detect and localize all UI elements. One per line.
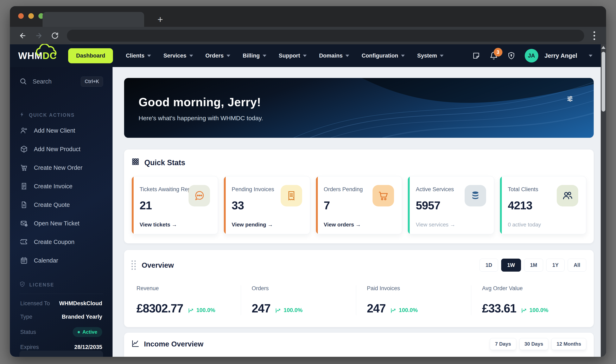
chevron-down-icon [440,55,444,57]
browser-window: + WHM DC Dashboard [10,6,606,357]
window-close-button[interactable] [18,13,24,19]
stat-card-orders-pending[interactable]: Orders Pending 7 View orders → [316,176,402,234]
reload-icon[interactable] [51,32,59,40]
stat-card-total-clients[interactable]: Total Clients 4213 0 active today [500,176,586,234]
sidebar-item-create-quote[interactable]: Create Quote [19,195,103,214]
income-overview-section: Income Overview 7 Days 30 Days 12 Months [124,333,594,357]
quick-stats-section: Quick Stats Tickets Awaiting Reply 21 Vi… [124,150,594,243]
nav-item-system[interactable]: System [417,52,444,59]
stat-card-active-services[interactable]: Active Services 5957 View services → [408,176,494,234]
users-icon [557,185,578,207]
scrollbar-thumb[interactable] [602,52,605,112]
card-accent-bar [132,176,134,234]
sidebar-search[interactable]: Search Ctrl+K [19,77,103,87]
user-avatar[interactable]: JA [525,49,538,63]
receipt-icon [281,185,302,207]
license-divider [19,294,103,294]
nav-item-support[interactable]: Support [279,52,307,59]
view-tickets-link[interactable]: View tickets → [140,221,210,228]
active-today-note: 0 active today [508,221,578,228]
sidebar-item-add-new-client[interactable]: Add New Client [19,121,103,140]
filter-12-months[interactable]: 12 Months [551,338,586,350]
trend-up-icon [521,307,527,313]
overview-metrics-row: Revenue £8302.77 100.0% Orders [132,285,586,315]
nav-item-domains[interactable]: Domains [319,52,349,59]
filter-30-days[interactable]: 30 Days [519,338,548,350]
scrollbar-up-arrow-icon[interactable] [601,46,605,49]
sidebar-bottom-button[interactable] [19,351,103,357]
card-accent-bar [224,176,226,234]
quick-stats-title: Quick Stats [132,158,586,168]
line-chart-icon [132,340,140,348]
nav-item-billing[interactable]: Billing [243,52,266,59]
nav-item-configuration[interactable]: Configuration [362,52,405,59]
forward-icon[interactable] [35,32,43,40]
new-tab-button[interactable]: + [154,13,166,25]
card-accent-bar [500,176,502,234]
stat-cards-row: Tickets Awaiting Reply 21 View tickets →… [132,176,586,234]
greeting-title: Good morning, Jerry! [139,95,594,109]
trend-up-icon [188,307,194,313]
metric-orders: Orders 247 100.0% [241,285,356,315]
window-controls [18,13,44,19]
browser-tab[interactable] [42,12,144,27]
nav-item-clients[interactable]: Clients [126,52,151,59]
filter-7-days[interactable]: 7 Days [490,338,516,350]
cloud-icon [35,44,59,58]
stat-card-tickets-awaiting-reply[interactable]: Tickets Awaiting Reply 21 View tickets → [132,176,218,234]
filter-1d[interactable]: 1D [479,259,498,272]
sidebar-item-create-invoice[interactable]: Create Invoice [19,177,103,195]
whmdc-app: WHM DC Dashboard Clients Services Orders… [10,44,601,357]
filter-1y[interactable]: 1Y [546,259,565,272]
filter-all[interactable]: All [568,259,586,272]
trend-badge: 100.0% [275,307,303,315]
license-row-status: Status Active [19,324,103,340]
sidebar-item-calendar[interactable]: Calendar [19,251,103,270]
sidebar-item-create-new-order[interactable]: Create New Order [19,158,103,177]
chevron-down-icon [189,55,193,57]
address-bar[interactable] [67,30,584,42]
search-shortcut-badge: Ctrl+K [81,77,103,87]
user-menu-chevron-icon[interactable] [589,55,592,57]
user-plus-icon [20,127,28,134]
metric-revenue: Revenue £8302.77 100.0% [132,285,241,315]
overview-section: Overview 1D 1W 1M 1Y All Revenue [124,250,594,327]
view-orders-link[interactable]: View orders → [324,221,394,228]
notes-icon[interactable] [472,52,480,60]
security-shield-icon[interactable] [507,52,515,60]
filter-1m[interactable]: 1M [524,259,543,272]
grid-icon [132,158,140,168]
drag-handle-icon[interactable] [132,260,136,270]
back-icon[interactable] [19,32,27,40]
view-services-link[interactable]: View services → [416,221,486,228]
lightning-icon [19,112,25,118]
trend-badge: 100.0% [391,307,418,315]
nav-item-dashboard[interactable]: Dashboard [68,48,113,63]
stat-card-pending-invoices[interactable]: Pending Invoices 33 View pending → [224,176,310,234]
browser-titlebar: + [10,6,606,27]
database-icon [465,185,486,207]
sidebar-item-open-new-ticket[interactable]: Open New Ticket [19,214,103,233]
quick-actions-title: QUICK ACTIONS [19,112,103,118]
license-row-type: Type Branded Yearly [19,310,103,324]
view-pending-link[interactable]: View pending → [232,221,302,228]
user-name[interactable]: Jerry Angel [545,52,577,59]
nav-item-orders[interactable]: Orders [206,52,230,59]
main-content: Good morning, Jerry! Here's what's happe… [112,67,601,357]
sidebar-item-add-new-product[interactable]: Add New Product [19,140,103,158]
banner-settings-sliders-icon[interactable] [566,95,574,103]
browser-toolbar [10,27,606,44]
card-accent-bar [316,176,318,234]
sidebar-item-create-coupon[interactable]: Create Coupon [19,233,103,251]
window-minimize-button[interactable] [28,13,34,19]
browser-menu-icon[interactable] [591,31,597,40]
status-dot-icon [78,331,80,333]
ticket-icon [20,238,28,246]
whmdc-logo[interactable]: WHM DC [18,50,56,61]
nav-item-services[interactable]: Services [163,52,193,59]
page-scrollbar[interactable] [601,44,606,357]
filter-1w[interactable]: 1W [501,259,521,272]
metric-avg-order-value: Avg Order Value £33.61 100.0% [471,285,586,315]
top-navbar: WHM DC Dashboard Clients Services Orders… [10,44,601,67]
notifications-bell-icon[interactable]: 3 [490,52,498,60]
